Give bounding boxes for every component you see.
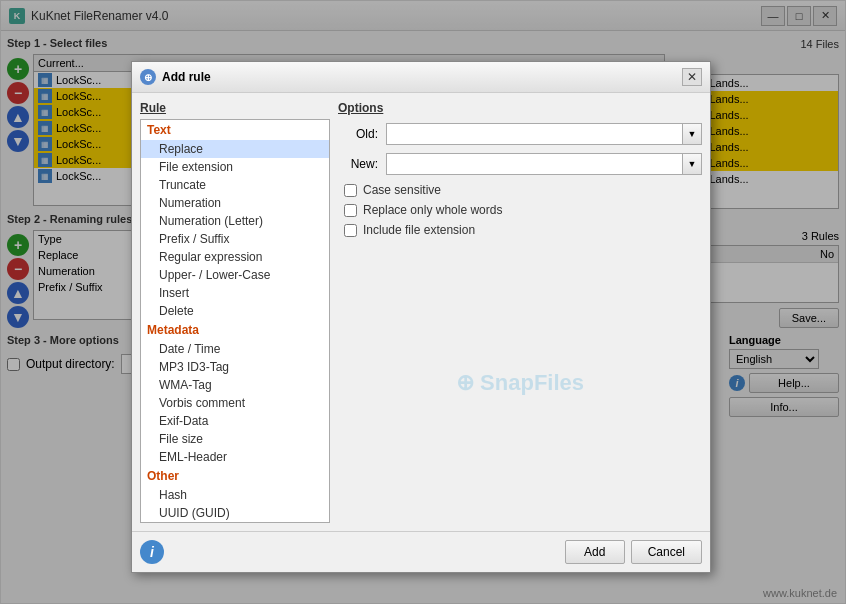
rule-replace-item[interactable]: Replace: [141, 140, 329, 158]
old-input[interactable]: [386, 123, 682, 145]
modal-title: Add rule: [162, 70, 211, 84]
case-sensitive-row: Case sensitive: [338, 183, 702, 197]
text-category: Text: [141, 120, 329, 140]
snap-watermark: ⊕ SnapFiles: [456, 370, 584, 396]
rule-case-item[interactable]: Upper- / Lower-Case: [141, 266, 329, 284]
options-column-header: Options: [338, 101, 702, 115]
cancel-button[interactable]: Cancel: [631, 540, 702, 564]
rule-filesize-item[interactable]: File size: [141, 430, 329, 448]
rule-uuid-item[interactable]: UUID (GUID): [141, 504, 329, 522]
include-extension-checkbox[interactable]: [344, 224, 357, 237]
whole-words-row: Replace only whole words: [338, 203, 702, 217]
rule-eml-item[interactable]: EML-Header: [141, 448, 329, 466]
rule-file-extension-item[interactable]: File extension: [141, 158, 329, 176]
new-input[interactable]: [386, 153, 682, 175]
rule-regex-item[interactable]: Regular expression: [141, 248, 329, 266]
rule-mp3-item[interactable]: MP3 ID3-Tag: [141, 358, 329, 376]
other-category: Other: [141, 466, 329, 486]
rule-numeration-letter-item[interactable]: Numeration (Letter): [141, 212, 329, 230]
rule-list-panel: Rule Text Replace File extension Truncat…: [140, 101, 330, 523]
rule-hash-item[interactable]: Hash: [141, 486, 329, 504]
whole-words-checkbox[interactable]: [344, 204, 357, 217]
rule-list-body[interactable]: Text Replace File extension Truncate Num…: [140, 119, 330, 523]
metadata-category: Metadata: [141, 320, 329, 340]
rule-column-header: Rule: [140, 101, 330, 115]
rule-exif-item[interactable]: Exif-Data: [141, 412, 329, 430]
modal-title-bar: ⊕ Add rule ✕: [132, 62, 710, 93]
rule-vorbis-item[interactable]: Vorbis comment: [141, 394, 329, 412]
old-dropdown-button[interactable]: ▼: [682, 123, 702, 145]
add-rule-modal: ⊕ Add rule ✕ Rule Text Replace File exte…: [131, 61, 711, 573]
modal-title-icon: ⊕: [140, 69, 156, 85]
modal-info-icon: i: [140, 540, 164, 564]
rule-prefix-suffix-item[interactable]: Prefix / Suffix: [141, 230, 329, 248]
rule-numeration-item[interactable]: Numeration: [141, 194, 329, 212]
new-dropdown-button[interactable]: ▼: [682, 153, 702, 175]
include-extension-row: Include file extension: [338, 223, 702, 237]
options-panel: Options Old: ▼ New: ▼: [338, 101, 702, 523]
modal-overlay: ⊕ Add rule ✕ Rule Text Replace File exte…: [1, 1, 845, 603]
rule-truncate-item[interactable]: Truncate: [141, 176, 329, 194]
include-extension-label: Include file extension: [363, 223, 475, 237]
rule-insert-item[interactable]: Insert: [141, 284, 329, 302]
whole-words-label: Replace only whole words: [363, 203, 502, 217]
rule-wma-item[interactable]: WMA-Tag: [141, 376, 329, 394]
modal-footer: i Add Cancel: [132, 531, 710, 572]
modal-close-button[interactable]: ✕: [682, 68, 702, 86]
rule-datetime-item[interactable]: Date / Time: [141, 340, 329, 358]
new-label: New:: [338, 157, 378, 171]
case-sensitive-checkbox[interactable]: [344, 184, 357, 197]
add-button[interactable]: Add: [565, 540, 625, 564]
rule-delete-item[interactable]: Delete: [141, 302, 329, 320]
old-label: Old:: [338, 127, 378, 141]
modal-body: Rule Text Replace File extension Truncat…: [132, 93, 710, 531]
case-sensitive-label: Case sensitive: [363, 183, 441, 197]
